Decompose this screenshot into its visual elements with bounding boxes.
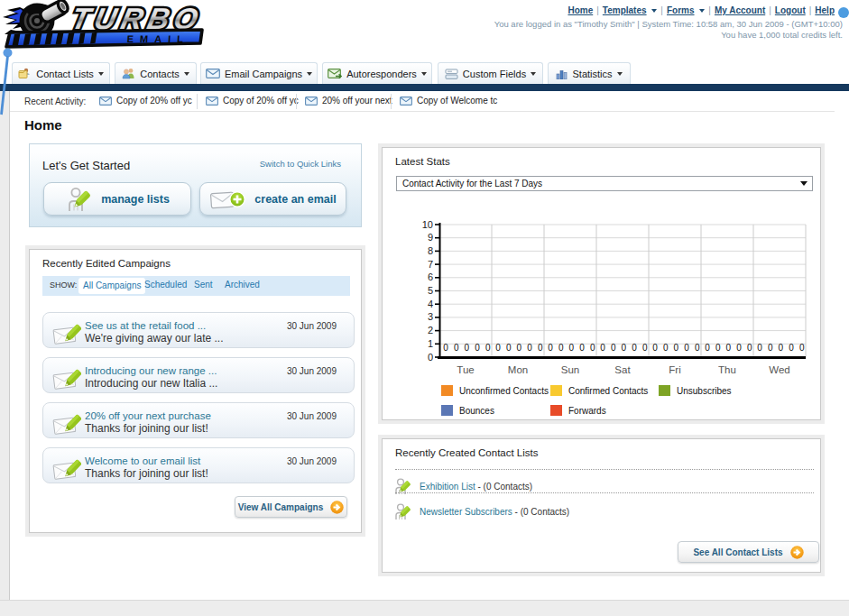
svg-text:0: 0 [590, 343, 595, 353]
svg-text:0: 0 [768, 343, 773, 353]
svg-text:0: 0 [548, 343, 553, 353]
svg-text:Mon: Mon [508, 364, 528, 375]
svg-text:Thu: Thu [718, 364, 736, 375]
svg-text:1: 1 [428, 338, 433, 349]
svg-text:0: 0 [558, 343, 564, 353]
svg-text:0: 0 [695, 343, 700, 353]
svg-text:0: 0 [517, 343, 522, 353]
svg-text:Sat: Sat [614, 364, 631, 375]
svg-text:EMAIL: EMAIL [126, 33, 189, 44]
svg-text:2: 2 [428, 325, 433, 336]
svg-text:4: 4 [428, 299, 433, 309]
svg-text:0: 0 [454, 343, 459, 353]
svg-text:0: 0 [579, 343, 585, 353]
svg-text:0: 0 [475, 343, 480, 353]
svg-text:0: 0 [569, 343, 575, 353]
svg-text:Sun: Sun [561, 364, 579, 375]
svg-text:0: 0 [674, 343, 679, 353]
svg-text:0: 0 [443, 343, 448, 353]
svg-text:0: 0 [799, 343, 805, 353]
svg-text:0: 0 [757, 343, 762, 353]
svg-text:9: 9 [428, 232, 433, 243]
svg-text:0: 0 [652, 343, 658, 353]
svg-text:0: 0 [736, 343, 742, 353]
svg-text:0: 0 [642, 343, 648, 353]
svg-text:0: 0 [726, 343, 732, 353]
svg-text:0: 0 [622, 343, 627, 353]
svg-text:0: 0 [715, 343, 721, 353]
svg-text:0: 0 [600, 343, 605, 353]
svg-text:0: 0 [465, 343, 470, 353]
svg-text:5: 5 [428, 285, 433, 296]
svg-text:0: 0 [663, 343, 669, 353]
svg-text:0: 0 [506, 343, 512, 353]
svg-text:8: 8 [428, 245, 433, 256]
svg-text:0: 0 [527, 343, 532, 353]
svg-text:0: 0 [495, 343, 501, 353]
svg-text:Fri: Fri [669, 364, 680, 375]
svg-text:0: 0 [428, 352, 433, 363]
svg-text:6: 6 [428, 271, 433, 282]
svg-text:0: 0 [485, 343, 491, 353]
svg-text:0: 0 [611, 343, 616, 353]
svg-text:Tue: Tue [457, 364, 474, 375]
svg-text:0: 0 [632, 343, 637, 353]
svg-text:7: 7 [428, 259, 433, 270]
svg-text:0: 0 [705, 343, 710, 353]
svg-text:0: 0 [684, 343, 689, 353]
svg-text:3: 3 [428, 311, 433, 322]
svg-text:10: 10 [422, 219, 433, 230]
svg-text:0: 0 [789, 343, 794, 353]
svg-text:0: 0 [538, 343, 543, 353]
svg-text:0: 0 [747, 343, 752, 353]
svg-text:0: 0 [779, 343, 784, 353]
svg-text:Wed: Wed [769, 364, 789, 375]
